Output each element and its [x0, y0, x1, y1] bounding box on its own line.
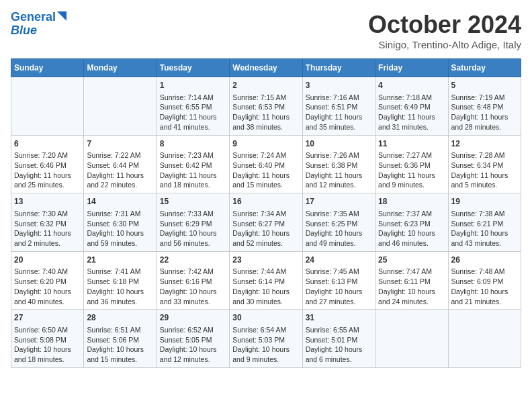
calendar-cell: 5Sunrise: 7:19 AM Sunset: 6:48 PM Daylig…	[448, 77, 521, 136]
day-number: 21	[87, 255, 153, 266]
logo-text: General	[11, 11, 56, 24]
page-subtitle: Sinigo, Trentino-Alto Adige, Italy	[368, 39, 521, 50]
day-number: 24	[306, 255, 372, 266]
calendar-cell: 3Sunrise: 7:16 AM Sunset: 6:51 PM Daylig…	[302, 77, 375, 136]
day-number: 10	[306, 138, 372, 150]
calendar-cell: 15Sunrise: 7:33 AM Sunset: 6:29 PM Dayli…	[157, 193, 229, 252]
calendar-cell: 22Sunrise: 7:42 AM Sunset: 6:16 PM Dayli…	[157, 251, 229, 310]
cell-content: Sunrise: 7:33 AM Sunset: 6:29 PM Dayligh…	[160, 209, 226, 248]
day-number: 22	[160, 255, 226, 266]
calendar-cell: 16Sunrise: 7:34 AM Sunset: 6:27 PM Dayli…	[230, 193, 302, 252]
day-number: 23	[232, 255, 299, 266]
cell-content: Sunrise: 6:52 AM Sunset: 5:05 PM Dayligh…	[160, 325, 226, 365]
calendar-table: SundayMondayTuesdayWednesdayThursdayFrid…	[11, 58, 521, 368]
calendar-cell: 20Sunrise: 7:40 AM Sunset: 6:20 PM Dayli…	[11, 251, 84, 310]
calendar-cell: 8Sunrise: 7:23 AM Sunset: 6:42 PM Daylig…	[157, 135, 229, 193]
week-row-3: 13Sunrise: 7:30 AM Sunset: 6:32 PM Dayli…	[11, 193, 521, 252]
cell-content: Sunrise: 7:41 AM Sunset: 6:18 PM Dayligh…	[87, 267, 153, 306]
cell-content: Sunrise: 7:28 AM Sunset: 6:34 PM Dayligh…	[451, 150, 518, 190]
calendar-cell: 18Sunrise: 7:37 AM Sunset: 6:23 PM Dayli…	[375, 193, 448, 252]
calendar-cell: 21Sunrise: 7:41 AM Sunset: 6:18 PM Dayli…	[84, 251, 157, 310]
day-number: 25	[378, 255, 445, 266]
cell-content: Sunrise: 6:54 AM Sunset: 5:03 PM Dayligh…	[232, 325, 299, 365]
day-header-saturday: Saturday	[448, 59, 521, 77]
cell-content: Sunrise: 7:14 AM Sunset: 6:55 PM Dayligh…	[160, 93, 226, 132]
day-number: 13	[14, 196, 81, 208]
cell-content: Sunrise: 7:16 AM Sunset: 6:51 PM Dayligh…	[306, 93, 372, 132]
day-header-monday: Monday	[84, 59, 157, 77]
calendar-cell: 24Sunrise: 7:45 AM Sunset: 6:13 PM Dayli…	[302, 251, 375, 310]
day-header-friday: Friday	[375, 59, 448, 77]
calendar-cell: 19Sunrise: 7:38 AM Sunset: 6:21 PM Dayli…	[448, 193, 521, 252]
cell-content: Sunrise: 7:38 AM Sunset: 6:21 PM Dayligh…	[451, 209, 518, 248]
day-number: 31	[306, 312, 372, 324]
day-number: 11	[378, 138, 445, 150]
logo-blue-text: Blue	[11, 24, 37, 37]
calendar-cell: 30Sunrise: 6:54 AM Sunset: 5:03 PM Dayli…	[230, 310, 302, 368]
calendar-cell: 9Sunrise: 7:24 AM Sunset: 6:40 PM Daylig…	[230, 135, 302, 193]
logo-arrow-icon	[57, 11, 66, 24]
day-number: 2	[232, 80, 299, 91]
calendar-header: SundayMondayTuesdayWednesdayThursdayFrid…	[11, 59, 521, 77]
cell-content: Sunrise: 7:45 AM Sunset: 6:13 PM Dayligh…	[306, 267, 372, 306]
day-number: 16	[232, 196, 299, 208]
cell-content: Sunrise: 7:22 AM Sunset: 6:44 PM Dayligh…	[87, 150, 153, 190]
week-row-5: 27Sunrise: 6:50 AM Sunset: 5:08 PM Dayli…	[11, 310, 521, 368]
calendar-cell	[448, 310, 521, 368]
day-number: 9	[232, 138, 299, 150]
week-row-1: 1Sunrise: 7:14 AM Sunset: 6:55 PM Daylig…	[11, 77, 521, 136]
calendar-cell: 6Sunrise: 7:20 AM Sunset: 6:46 PM Daylig…	[11, 135, 84, 193]
week-row-2: 6Sunrise: 7:20 AM Sunset: 6:46 PM Daylig…	[11, 135, 521, 193]
day-number: 14	[87, 196, 153, 208]
cell-content: Sunrise: 7:20 AM Sunset: 6:46 PM Dayligh…	[14, 150, 81, 190]
cell-content: Sunrise: 7:40 AM Sunset: 6:20 PM Dayligh…	[14, 267, 81, 306]
calendar-cell: 2Sunrise: 7:15 AM Sunset: 6:53 PM Daylig…	[230, 77, 302, 136]
calendar-body: 1Sunrise: 7:14 AM Sunset: 6:55 PM Daylig…	[11, 77, 521, 368]
calendar-cell	[11, 77, 84, 136]
cell-content: Sunrise: 6:55 AM Sunset: 5:01 PM Dayligh…	[306, 325, 372, 365]
calendar-cell	[84, 77, 157, 136]
cell-content: Sunrise: 7:24 AM Sunset: 6:40 PM Dayligh…	[232, 150, 299, 190]
day-header-tuesday: Tuesday	[157, 59, 229, 77]
day-header-sunday: Sunday	[11, 59, 84, 77]
calendar-cell: 4Sunrise: 7:18 AM Sunset: 6:49 PM Daylig…	[375, 77, 448, 136]
calendar-cell	[375, 310, 448, 368]
cell-content: Sunrise: 7:31 AM Sunset: 6:30 PM Dayligh…	[87, 209, 153, 248]
cell-content: Sunrise: 7:27 AM Sunset: 6:36 PM Dayligh…	[378, 150, 445, 190]
cell-content: Sunrise: 7:15 AM Sunset: 6:53 PM Dayligh…	[232, 93, 299, 132]
title-block: October 2024 Sinigo, Trentino-Alto Adige…	[368, 11, 521, 50]
cell-content: Sunrise: 7:34 AM Sunset: 6:27 PM Dayligh…	[232, 209, 299, 248]
day-number: 28	[87, 312, 153, 324]
day-number: 17	[306, 196, 372, 208]
cell-content: Sunrise: 7:19 AM Sunset: 6:48 PM Dayligh…	[451, 93, 518, 132]
cell-content: Sunrise: 7:30 AM Sunset: 6:32 PM Dayligh…	[14, 209, 81, 248]
cell-content: Sunrise: 6:51 AM Sunset: 5:06 PM Dayligh…	[87, 325, 153, 365]
calendar-cell: 23Sunrise: 7:44 AM Sunset: 6:14 PM Dayli…	[230, 251, 302, 310]
calendar-cell: 1Sunrise: 7:14 AM Sunset: 6:55 PM Daylig…	[157, 77, 229, 136]
logo: General Blue	[11, 11, 66, 38]
page-title: October 2024	[368, 11, 521, 39]
cell-content: Sunrise: 7:48 AM Sunset: 6:09 PM Dayligh…	[451, 267, 518, 306]
calendar-cell: 11Sunrise: 7:27 AM Sunset: 6:36 PM Dayli…	[375, 135, 448, 193]
calendar-cell: 12Sunrise: 7:28 AM Sunset: 6:34 PM Dayli…	[448, 135, 521, 193]
cell-content: Sunrise: 7:26 AM Sunset: 6:38 PM Dayligh…	[306, 150, 372, 190]
cell-content: Sunrise: 7:42 AM Sunset: 6:16 PM Dayligh…	[160, 267, 226, 306]
calendar-cell: 14Sunrise: 7:31 AM Sunset: 6:30 PM Dayli…	[84, 193, 157, 252]
day-number: 20	[14, 255, 81, 266]
day-number: 12	[451, 138, 518, 150]
day-number: 27	[14, 312, 81, 324]
calendar-cell: 17Sunrise: 7:35 AM Sunset: 6:25 PM Dayli…	[302, 193, 375, 252]
svg-marker-0	[57, 11, 66, 21]
day-number: 26	[451, 255, 518, 266]
day-number: 18	[378, 196, 445, 208]
week-row-4: 20Sunrise: 7:40 AM Sunset: 6:20 PM Dayli…	[11, 251, 521, 310]
day-number: 30	[232, 312, 299, 324]
calendar-cell: 28Sunrise: 6:51 AM Sunset: 5:06 PM Dayli…	[84, 310, 157, 368]
day-number: 1	[160, 80, 226, 91]
calendar-cell: 25Sunrise: 7:47 AM Sunset: 6:11 PM Dayli…	[375, 251, 448, 310]
calendar-cell: 13Sunrise: 7:30 AM Sunset: 6:32 PM Dayli…	[11, 193, 84, 252]
calendar-cell: 31Sunrise: 6:55 AM Sunset: 5:01 PM Dayli…	[302, 310, 375, 368]
day-number: 5	[451, 80, 518, 91]
day-header-thursday: Thursday	[302, 59, 375, 77]
day-number: 15	[160, 196, 226, 208]
